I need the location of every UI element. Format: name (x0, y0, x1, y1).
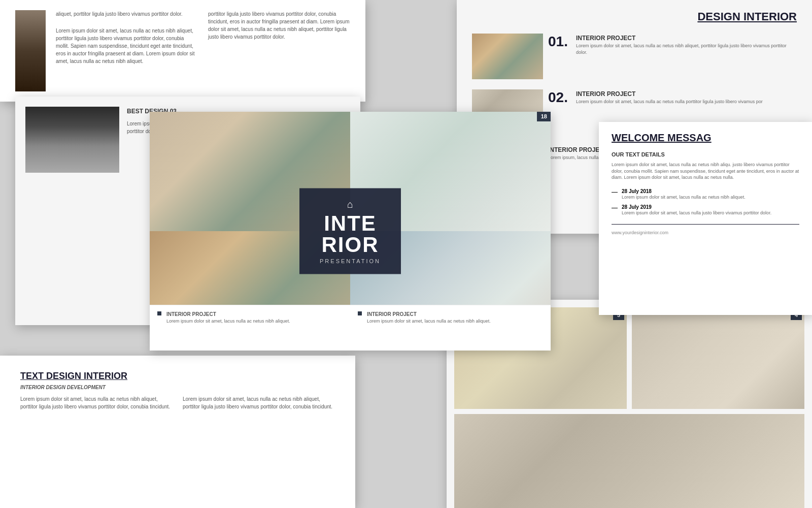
home-icon: ⌂ (315, 199, 386, 210)
proj1-body: Lorem ipsum dolor sit amet, lacus nulla … (166, 318, 290, 325)
our-text-label: OUR TEXT DETAILS (612, 151, 799, 157)
date2-body: Lorem ipsum dolor sit amet, lacus nulla … (622, 210, 771, 216)
main-title-line2: RIOR (315, 234, 386, 256)
date-item-2: — 28 July 2019 Lorem ipsum dolor sit ame… (612, 204, 799, 216)
tr-item1-title: INTERIOR PROJECT (576, 34, 797, 43)
proj2-body: Lorem ipsum dolor sit amet, lacus nulla … (367, 318, 491, 325)
website: www.yourdesigninterior.com (612, 230, 799, 236)
slide-center-main: ⌂ INTE RIOR PRESENTATION INTERIOR PROJEC… (150, 112, 551, 351)
slide-top-left: aliquet, porttitor ligula justo libero v… (0, 0, 365, 102)
dash-1: — (612, 188, 618, 196)
rp-body: Lorem ipsum dolor sit amet, lacus nulla … (612, 162, 799, 181)
tl-para1: Lorem ipsum dolor sit amet, lacus nulla … (56, 27, 198, 65)
date1-label: 28 July 2018 (622, 188, 746, 194)
project-dot-1 (157, 311, 161, 315)
main-subtitle: PRESENTATION (315, 258, 386, 264)
main-overlay: ⌂ INTE RIOR PRESENTATION (299, 188, 401, 274)
date-item-1: — 28 July 2018 Lorem ipsum dolor sit ame… (612, 188, 799, 201)
br-img-2: 4 (632, 307, 804, 409)
dash-2: — (612, 204, 618, 211)
project-item-2: INTERIOR PROJECT Lorem ipsum dolor sit a… (350, 305, 551, 351)
date2-label: 28 July 2019 (622, 204, 771, 210)
tr-num1: 01. (548, 34, 571, 50)
proj1-title: INTERIOR PROJECT (166, 310, 290, 318)
tr-num2: 02. (548, 89, 571, 106)
slide-right-panel: WELCOME MESSAG OUR TEXT DETAILS Lorem ip… (599, 122, 812, 315)
project-dot-2 (358, 311, 362, 315)
slide-bottom-left: TEXT DESIGN INTERIOR INTERIOR DESIGN DEV… (0, 356, 355, 508)
page-badge-18: 18 (537, 112, 551, 121)
bl-subheading: INTERIOR DESIGN DEVELOPMENT (20, 385, 335, 390)
tr-img-1 (472, 34, 543, 79)
center-bottom-strip: INTERIOR PROJECT Lorem ipsum dolor sit a… (150, 305, 551, 351)
bl-body2: Lorem ipsum dolor sit amet, lacus nulla … (183, 395, 335, 410)
tl-para2: porttitor ligula justo libero vivamus po… (208, 10, 350, 41)
bl-heading: TEXT DESIGN INTERIOR (20, 371, 335, 382)
project-item-1: INTERIOR PROJECT Lorem ipsum dolor sit a… (150, 305, 350, 351)
welcome-title: WELCOME MESSAG (612, 132, 799, 144)
br-img-3 (454, 414, 804, 508)
proj2-title: INTERIOR PROJECT (367, 310, 491, 318)
main-title-line1: INTE (315, 213, 386, 234)
tr-item2-body: Lorem ipsum dolor sit amet, lacus nulla … (576, 99, 763, 105)
bl-body1: Lorem ipsum dolor sit amet, lacus nulla … (20, 395, 173, 410)
tr-item1-body: Lorem ipsum dolor sit amet, lacus nulla … (576, 43, 797, 55)
tr-main-title: DESIGN INTERIOR (472, 10, 797, 23)
date1-body: Lorem ipsum dolor sit amet, lacus nulla … (622, 194, 746, 201)
tr-item2-title: INTERIOR PROJECT (576, 89, 763, 99)
tl-text1: aliquet, porttitor ligula justo libero v… (56, 10, 198, 18)
